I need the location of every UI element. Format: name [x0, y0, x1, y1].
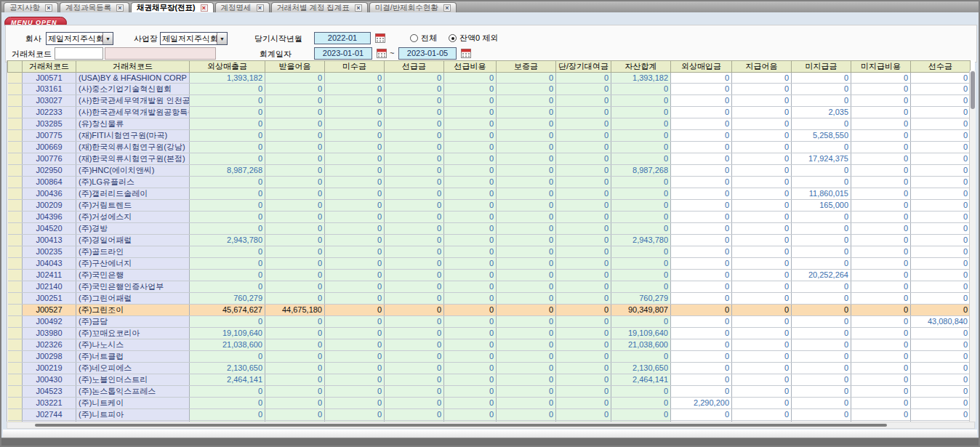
amount-cell[interactable]: 0 — [611, 397, 671, 408]
amount-cell[interactable]: 0 — [851, 350, 911, 362]
amount-cell[interactable]: 0 — [851, 234, 911, 246]
amount-cell[interactable]: 0 — [792, 176, 851, 188]
amount-cell[interactable]: 21,038,600 — [611, 339, 671, 350]
amount-cell[interactable]: 0 — [265, 385, 325, 397]
amount-cell[interactable]: 0 — [325, 199, 385, 211]
date-from-input[interactable]: 2023-01-01 — [314, 47, 372, 60]
vendor-code-cell[interactable]: J02411 — [23, 269, 76, 281]
amount-cell[interactable]: 0 — [444, 176, 497, 188]
amount-cell[interactable]: 0 — [732, 339, 792, 350]
amount-cell[interactable]: 0 — [611, 222, 671, 234]
amount-cell[interactable]: 0 — [732, 176, 792, 188]
amount-cell[interactable]: 0 — [911, 176, 971, 188]
vendor-name-cell[interactable]: (주)논스톱익스프레스 — [76, 385, 190, 397]
column-header-8[interactable]: 단/장기대여금 — [556, 61, 611, 73]
amount-cell[interactable]: 0 — [732, 141, 792, 153]
amount-cell[interactable]: 0 — [851, 281, 911, 292]
amount-cell[interactable]: 0 — [556, 408, 611, 420]
amount-cell[interactable]: 0 — [792, 327, 851, 339]
vendor-name-cell[interactable]: (유)창신물류 — [76, 118, 190, 129]
amount-cell[interactable]: 0 — [732, 188, 792, 199]
amount-cell[interactable]: 0 — [611, 408, 671, 420]
amount-cell[interactable]: 0 — [911, 188, 971, 199]
amount-cell[interactable]: 0 — [385, 315, 444, 327]
column-header-14[interactable]: 선수금 — [911, 61, 971, 73]
amount-cell[interactable]: 0 — [611, 129, 671, 141]
amount-cell[interactable]: 0 — [265, 339, 325, 350]
amount-cell[interactable]: 0 — [851, 339, 911, 350]
column-header-3[interactable]: 받을어음 — [265, 61, 325, 73]
amount-cell[interactable]: 0 — [385, 129, 444, 141]
amount-cell[interactable]: 0 — [792, 73, 851, 84]
amount-cell[interactable]: 0 — [265, 327, 325, 339]
amount-cell[interactable]: 0 — [265, 141, 325, 153]
vendor-name-cell[interactable]: (주)그린어패럴 — [76, 292, 190, 304]
amount-cell[interactable]: 0 — [265, 176, 325, 188]
amount-cell[interactable]: 0 — [851, 106, 911, 118]
amount-cell[interactable]: 0 — [671, 153, 732, 164]
amount-cell[interactable]: 0 — [611, 176, 671, 188]
vendor-code-cell[interactable]: J00413 — [23, 234, 76, 246]
amount-cell[interactable]: 0 — [611, 83, 671, 94]
amount-cell[interactable]: 0 — [190, 281, 265, 292]
amount-cell[interactable]: 0 — [444, 188, 497, 199]
amount-cell[interactable]: 0 — [911, 397, 971, 408]
amount-cell[interactable]: 0 — [325, 222, 385, 234]
amount-cell[interactable]: 0 — [671, 374, 732, 385]
amount-cell[interactable]: 0 — [385, 257, 444, 269]
amount-cell[interactable]: 0 — [444, 164, 497, 176]
tab-4[interactable]: 거래처별 계정 집계표× — [271, 2, 368, 12]
amount-cell[interactable]: 0 — [671, 73, 732, 84]
amount-cell[interactable]: 0 — [792, 292, 851, 304]
vendor-code-cell[interactable]: J00492 — [23, 315, 76, 327]
column-header-0[interactable]: 거래처코드 — [23, 61, 76, 73]
vendor-code-cell[interactable]: J03980 — [23, 327, 76, 339]
amount-cell[interactable]: 0 — [556, 397, 611, 408]
tab-close-icon[interactable]: × — [116, 4, 124, 12]
amount-cell[interactable]: 0 — [611, 281, 671, 292]
amount-cell[interactable]: 0 — [556, 211, 611, 222]
amount-cell[interactable]: 0 — [497, 315, 556, 327]
vendor-name-cell[interactable]: (재)FITI시험연구원(마곡) — [76, 129, 190, 141]
amount-cell[interactable]: 1,393,182 — [190, 73, 265, 84]
amount-cell[interactable]: 0 — [385, 397, 444, 408]
tab-5[interactable]: 미결/반제회수현황× — [369, 2, 457, 12]
amount-cell[interactable]: 0 — [671, 292, 732, 304]
vendor-code-cell[interactable]: J00251 — [23, 292, 76, 304]
amount-cell[interactable]: 0 — [385, 385, 444, 397]
amount-cell[interactable]: 0 — [671, 188, 732, 199]
amount-cell[interactable]: 0 — [265, 374, 325, 385]
amount-cell[interactable]: 0 — [325, 153, 385, 164]
row-selector-cell[interactable] — [8, 164, 23, 176]
amount-cell[interactable]: 0 — [792, 164, 851, 176]
amount-cell[interactable]: 0 — [497, 176, 556, 188]
amount-cell[interactable]: 0 — [732, 269, 792, 281]
amount-cell[interactable]: 45,674,627 — [190, 304, 265, 315]
amount-cell[interactable]: 760,279 — [611, 292, 671, 304]
amount-cell[interactable]: 0 — [385, 153, 444, 164]
amount-cell[interactable]: 0 — [444, 118, 497, 129]
amount-cell[interactable]: 8,987,268 — [190, 164, 265, 176]
amount-cell[interactable]: 0 — [611, 199, 671, 211]
amount-cell[interactable]: 0 — [265, 281, 325, 292]
amount-cell[interactable]: 0 — [325, 118, 385, 129]
amount-cell[interactable]: 0 — [732, 362, 792, 374]
amount-cell[interactable]: 0 — [851, 199, 911, 211]
amount-cell[interactable]: 0 — [444, 222, 497, 234]
amount-cell[interactable]: 0 — [265, 257, 325, 269]
amount-cell[interactable]: 0 — [265, 246, 325, 257]
amount-cell[interactable]: 0 — [325, 269, 385, 281]
amount-cell[interactable]: 0 — [911, 94, 971, 106]
vendor-name-cell[interactable]: (주)그린조이 — [76, 304, 190, 315]
amount-cell[interactable]: 0 — [265, 188, 325, 199]
row-selector-cell[interactable] — [8, 257, 23, 269]
amount-cell[interactable]: 0 — [325, 164, 385, 176]
amount-cell[interactable]: 0 — [497, 164, 556, 176]
row-selector-cell[interactable] — [8, 94, 23, 106]
amount-cell[interactable]: 0 — [732, 327, 792, 339]
amount-cell[interactable]: 2,943,780 — [611, 234, 671, 246]
amount-cell[interactable]: 8,987,268 — [611, 164, 671, 176]
amount-cell[interactable]: 0 — [385, 339, 444, 350]
amount-cell[interactable]: 0 — [556, 304, 611, 315]
vendor-code-cell[interactable]: J00209 — [23, 199, 76, 211]
